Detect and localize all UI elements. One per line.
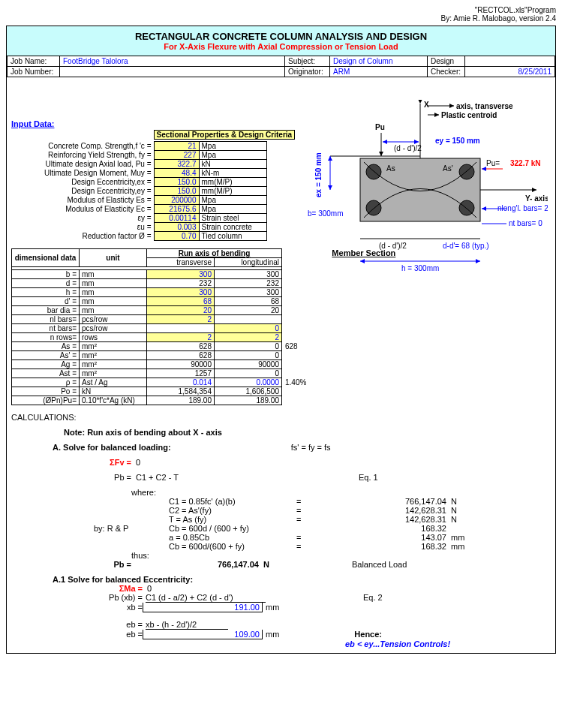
prop-value[interactable]: 0.00114 [154, 214, 199, 223]
dim-label: nt bars= [12, 324, 80, 333]
dim-transverse[interactable]: 1,584,354 [147, 387, 215, 396]
prop-value[interactable]: 0.003 [154, 223, 199, 232]
dim-transverse[interactable]: 189.00 [147, 396, 215, 405]
dim-transverse[interactable]: 2 [147, 315, 215, 324]
a-eq: a = 0.85Cb [169, 533, 296, 542]
svg-text:ey = 150 mm: ey = 150 mm [435, 137, 480, 145]
dim-unit: mm [80, 297, 147, 306]
dim-longitudinal[interactable]: 300 [215, 288, 282, 297]
dim-unit: mm [80, 288, 147, 297]
prop-label: εy = [11, 214, 154, 223]
c2-eq: C2 = As'(fy) [169, 506, 296, 515]
prop-value[interactable]: 150.0 [154, 187, 199, 196]
svg-text:d-d'= 68 (typ.): d-d'= 68 (typ.) [443, 242, 489, 250]
svg-text:nlong'l. bars= 2: nlong'l. bars= 2 [497, 204, 548, 212]
dim-transverse[interactable]: 300 [147, 288, 215, 297]
prop-value[interactable]: 21 [154, 142, 199, 151]
prop-value[interactable]: 227 [154, 151, 199, 160]
dim-transverse[interactable]: 1257 [147, 369, 215, 378]
section-header: Sectional Properties & Design Criteria [154, 131, 295, 140]
originator[interactable]: ARM [330, 67, 428, 77]
prop-unit: Mpa [199, 142, 266, 151]
pb-label: Pb = [101, 473, 131, 482]
dim-longitudinal[interactable]: 0 [215, 342, 282, 351]
prop-unit: mm(M/P) [199, 178, 266, 187]
dim-longitudinal[interactable]: 2 [215, 333, 282, 342]
dim-transverse[interactable]: 628 [147, 342, 215, 351]
eb1-eq: xb - (h - 2d')/2 [146, 620, 228, 630]
where-label: where: [131, 488, 551, 497]
prop-value[interactable]: 21675.6 [154, 205, 199, 214]
dim-longitudinal[interactable]: 1,606,500 [215, 387, 282, 396]
job-name-label: Job Name: [8, 56, 60, 67]
prop-unit: Mpa [199, 205, 266, 214]
dim-unit: 0.10*f'c*Ag (kN) [80, 396, 147, 405]
prop-value[interactable]: 322.7 [154, 160, 199, 169]
prop-label: Modulus of Elasticty Es = [11, 196, 154, 205]
prop-value[interactable]: 150.0 [154, 178, 199, 187]
t-val: 142,628.31 [319, 515, 446, 524]
dim-transverse[interactable]: 2 [147, 333, 215, 342]
calculations-label: CALCULATIONS: [11, 413, 551, 422]
dim-longitudinal[interactable]: 0.0000 [215, 378, 282, 387]
checker-date[interactable]: 8/25/2011 [465, 67, 555, 77]
dim-label: Ag = [12, 360, 80, 369]
prop-unit: Strain concrete [199, 223, 266, 232]
sigma-fv-label: ΣFv = [101, 458, 131, 467]
dim-longitudinal[interactable]: 68 [215, 297, 282, 306]
dim-unit: Ast / Ag [80, 378, 147, 387]
cb2-val: 168.32 [319, 542, 446, 551]
dim-transverse[interactable]: 68 [147, 297, 215, 306]
job-num-label: Job Number: [8, 67, 60, 77]
dim-longitudinal[interactable]: 0 [215, 369, 282, 378]
dimensional-table: dimensional data unit Run axis of bendin… [11, 248, 309, 405]
dim-transverse[interactable]: 20 [147, 306, 215, 315]
prop-unit: Tied column [199, 232, 266, 241]
dim-transverse[interactable]: 0.014 [147, 378, 215, 387]
dim-longitudinal[interactable]: 90000 [215, 360, 282, 369]
c2-val: 142,628.31 [319, 506, 446, 515]
dim-transverse[interactable]: 232 [147, 279, 215, 288]
dim-longitudinal[interactable]: 20 [215, 306, 282, 315]
dim-unit: mm [80, 306, 147, 315]
c1-eq: C1 = 0.85fc' (a)(b) [169, 497, 296, 506]
dim-unit: mm [80, 270, 147, 279]
prop-label: Ultimate Design Moment, Muy = [11, 169, 154, 178]
dim-label: As = [12, 342, 80, 351]
subject-label: Subject: [285, 56, 330, 67]
dim-longitudinal[interactable]: 0 [215, 351, 282, 360]
dim-extra [282, 324, 309, 333]
dim-longitudinal[interactable]: 300 [215, 270, 282, 279]
eq1-label: Eq. 1 [359, 473, 378, 482]
dim-transverse[interactable] [147, 324, 215, 333]
dim-transverse[interactable]: 90000 [147, 360, 215, 369]
prop-value[interactable]: 200000 [154, 196, 199, 205]
svg-text:Plastic centroid: Plastic centroid [441, 111, 497, 119]
dim-label: (ØPn)Pu= [12, 396, 80, 405]
job-num[interactable] [60, 67, 285, 77]
by-rp: by: R & P [94, 524, 169, 533]
pb-res-val: 766,147.04 [131, 560, 259, 569]
dim-transverse[interactable]: 628 [147, 351, 215, 360]
svg-text:Pu: Pu [375, 123, 385, 131]
dim-longitudinal[interactable]: 0 [215, 324, 282, 333]
svg-text:322.7 kN: 322.7 kN [510, 159, 541, 167]
svg-text:h = 300mm: h = 300mm [401, 264, 439, 272]
dim-longitudinal[interactable] [215, 315, 282, 324]
dim-longitudinal[interactable]: 232 [215, 279, 282, 288]
prop-unit: kN [199, 160, 266, 169]
job-name[interactable]: FootBridge Talolora [60, 56, 285, 67]
dim-longitudinal[interactable]: 189.00 [215, 396, 282, 405]
design-val[interactable] [465, 56, 555, 67]
prop-value[interactable]: 0.70 [154, 232, 199, 241]
prop-value[interactable]: 48.4 [154, 169, 199, 178]
svg-text:ex = 150 mm: ex = 150 mm [314, 152, 323, 197]
section-A-head: A. Solve for balanced loading: [53, 443, 171, 452]
cb-eq: Cb = 600d / (600 + fy) [169, 524, 296, 533]
subject[interactable]: Design of Column [330, 56, 428, 67]
a-val: 143.07 [319, 533, 446, 542]
member-diagram: X axis, transverse Plastic centroid Y- a… [285, 100, 548, 310]
dim-transverse[interactable]: 300 [147, 270, 215, 279]
thus-label: thus: [131, 551, 551, 560]
pbxb-eq: C1 (d - a/2) + C2 (d - d') [146, 593, 266, 603]
